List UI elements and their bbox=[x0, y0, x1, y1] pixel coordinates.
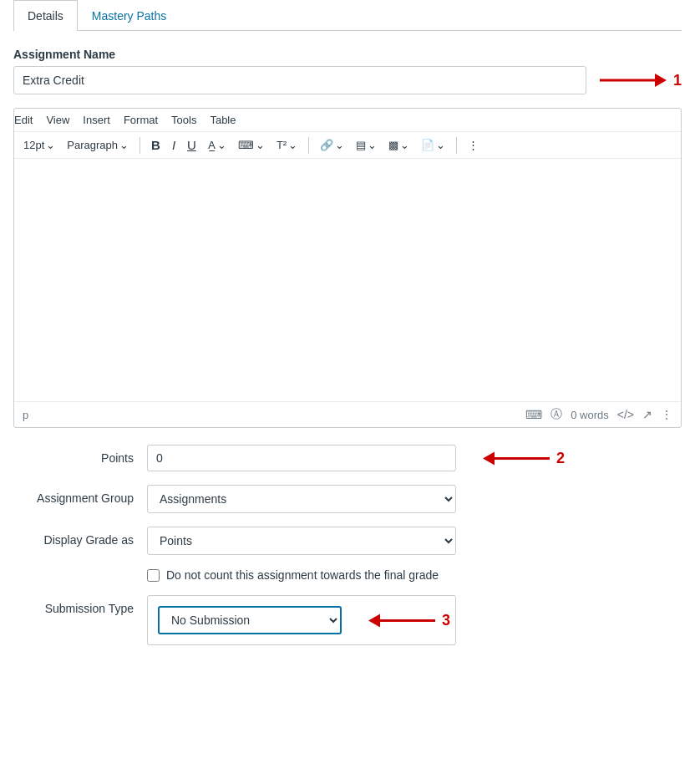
media-chevron-icon: ⌄ bbox=[400, 139, 409, 151]
font-color-icon: A̲ bbox=[208, 139, 216, 151]
annotation-arrow-1: 1 bbox=[600, 72, 682, 89]
display-grade-control: Points Percentage Complete/Incomplete Le… bbox=[147, 527, 456, 555]
submission-select-wrapper: No Submission Online On Paper External T… bbox=[158, 606, 342, 634]
annotation-number-3: 3 bbox=[442, 612, 450, 629]
tab-mastery-paths[interactable]: Mastery Paths bbox=[78, 0, 180, 31]
final-grade-checkbox-label: Do not count this assignment towards the… bbox=[166, 568, 439, 582]
statusbar-element-indicator: p bbox=[23, 409, 515, 421]
underline-button[interactable]: U bbox=[183, 135, 200, 155]
submission-type-label: Submission Type bbox=[13, 595, 147, 615]
highlight-chevron-icon: ⌄ bbox=[256, 139, 265, 151]
menu-edit[interactable]: Edit bbox=[14, 114, 33, 126]
more-options-button[interactable]: ⋮ bbox=[464, 136, 483, 154]
submission-type-select[interactable]: No Submission Online On Paper External T… bbox=[158, 606, 342, 634]
font-size-value: 12pt bbox=[23, 139, 44, 151]
points-label: Points bbox=[13, 445, 147, 465]
page-container: Details Mastery Paths Assignment Name 1 … bbox=[0, 0, 695, 784]
display-grade-row: Display Grade as Points Percentage Compl… bbox=[13, 527, 682, 555]
toolbar-divider-1 bbox=[140, 137, 140, 154]
assignment-group-row: Assignment Group Assignments bbox=[13, 485, 682, 513]
paragraph-selector[interactable]: Paragraph ⌄ bbox=[63, 136, 133, 154]
link-chevron-icon: ⌄ bbox=[335, 139, 344, 151]
image-button[interactable]: ▤ ⌄ bbox=[352, 136, 381, 154]
annotation-number-1: 1 bbox=[673, 72, 682, 89]
media-icon: ▩ bbox=[388, 139, 398, 151]
paragraph-label: Paragraph bbox=[67, 139, 118, 151]
superscript-icon: T² bbox=[276, 139, 287, 151]
menu-format[interactable]: Format bbox=[124, 114, 158, 126]
form-fields: Points 2 Assignment Group Assignments Di… bbox=[13, 445, 682, 645]
menu-insert[interactable]: Insert bbox=[83, 114, 110, 126]
fullscreen-icon[interactable]: ↗ bbox=[642, 408, 652, 421]
toolbar-divider-2 bbox=[308, 137, 309, 154]
submission-type-control: No Submission Online On Paper External T… bbox=[147, 595, 682, 645]
image-chevron-icon: ⌄ bbox=[368, 139, 377, 151]
menu-table[interactable]: Table bbox=[210, 114, 236, 126]
bold-button[interactable]: B bbox=[147, 135, 165, 155]
arrow-3-icon bbox=[368, 612, 435, 629]
display-grade-select[interactable]: Points Percentage Complete/Incomplete Le… bbox=[147, 527, 456, 555]
word-count: 0 words bbox=[571, 409, 609, 421]
assignment-name-label: Assignment Name bbox=[13, 48, 682, 61]
more-statusbar-icon[interactable]: ⋮ bbox=[661, 408, 672, 421]
highlight-icon: ⌨ bbox=[238, 139, 254, 151]
keyboard-icon[interactable]: ⌨ bbox=[525, 408, 542, 421]
toolbar-divider-3 bbox=[456, 137, 457, 154]
arrow-1-icon bbox=[600, 72, 667, 89]
assignment-group-label: Assignment Group bbox=[13, 485, 147, 505]
display-grade-label: Display Grade as bbox=[13, 527, 147, 547]
font-color-button[interactable]: A̲ ⌄ bbox=[204, 136, 231, 154]
assignment-name-input[interactable] bbox=[13, 66, 586, 94]
submission-type-row: Submission Type No Submission Online On … bbox=[13, 595, 682, 645]
link-icon: 🔗 bbox=[320, 139, 333, 151]
submission-type-box: No Submission Online On Paper External T… bbox=[147, 595, 456, 645]
editor-menu-bar: Edit View Insert Format Tools Table bbox=[14, 109, 681, 132]
annotation-number-2: 2 bbox=[556, 450, 565, 467]
paragraph-chevron-icon: ⌄ bbox=[119, 139, 129, 151]
annotation-arrow-2: 2 bbox=[483, 450, 565, 467]
document-icon: 📄 bbox=[421, 139, 434, 151]
code-view-icon[interactable]: </> bbox=[617, 408, 634, 421]
points-control: 2 bbox=[147, 445, 456, 471]
statusbar-right-controls: ⌨ Ⓐ 0 words </> ↗ ⋮ bbox=[525, 407, 672, 422]
final-grade-checkbox-row: Do not count this assignment towards the… bbox=[147, 568, 682, 582]
editor-format-toolbar: 12pt ⌄ Paragraph ⌄ B I U A̲ ⌄ ⌨ ⌄ T² ⌄ bbox=[14, 132, 681, 159]
rich-text-editor: Edit View Insert Format Tools Table 12pt… bbox=[13, 108, 682, 428]
superscript-chevron-icon: ⌄ bbox=[288, 139, 297, 151]
highlight-button[interactable]: ⌨ ⌄ bbox=[234, 136, 269, 154]
link-button[interactable]: 🔗 ⌄ bbox=[316, 136, 348, 154]
assignment-name-wrapper: 1 bbox=[13, 66, 682, 94]
document-chevron-icon: ⌄ bbox=[436, 139, 445, 151]
assignment-group-select[interactable]: Assignments bbox=[147, 485, 456, 513]
assignment-group-control: Assignments bbox=[147, 485, 456, 513]
document-button[interactable]: 📄 ⌄ bbox=[417, 136, 449, 154]
menu-tools[interactable]: Tools bbox=[171, 114, 196, 126]
editor-body[interactable] bbox=[14, 159, 681, 401]
final-grade-checkbox[interactable] bbox=[147, 569, 160, 582]
tabs-bar: Details Mastery Paths bbox=[13, 0, 682, 31]
editor-statusbar: p ⌨ Ⓐ 0 words </> ↗ ⋮ bbox=[14, 401, 681, 427]
more-options-icon: ⋮ bbox=[468, 139, 479, 151]
accessibility-icon[interactable]: Ⓐ bbox=[550, 407, 562, 422]
media-button[interactable]: ▩ ⌄ bbox=[384, 136, 413, 154]
points-input[interactable] bbox=[147, 445, 456, 471]
arrow-2-icon bbox=[483, 450, 550, 466]
superscript-button[interactable]: T² ⌄ bbox=[272, 136, 302, 154]
italic-button[interactable]: I bbox=[168, 135, 180, 155]
font-size-selector[interactable]: 12pt ⌄ bbox=[19, 136, 59, 154]
points-row: Points 2 bbox=[13, 445, 682, 471]
tab-details[interactable]: Details bbox=[13, 0, 78, 31]
assignment-name-section: Assignment Name 1 bbox=[13, 48, 682, 94]
font-size-chevron-icon: ⌄ bbox=[46, 139, 55, 151]
image-icon: ▤ bbox=[356, 139, 366, 151]
annotation-arrow-3: 3 bbox=[368, 612, 450, 629]
menu-view[interactable]: View bbox=[46, 114, 69, 126]
font-color-chevron-icon: ⌄ bbox=[217, 139, 226, 151]
